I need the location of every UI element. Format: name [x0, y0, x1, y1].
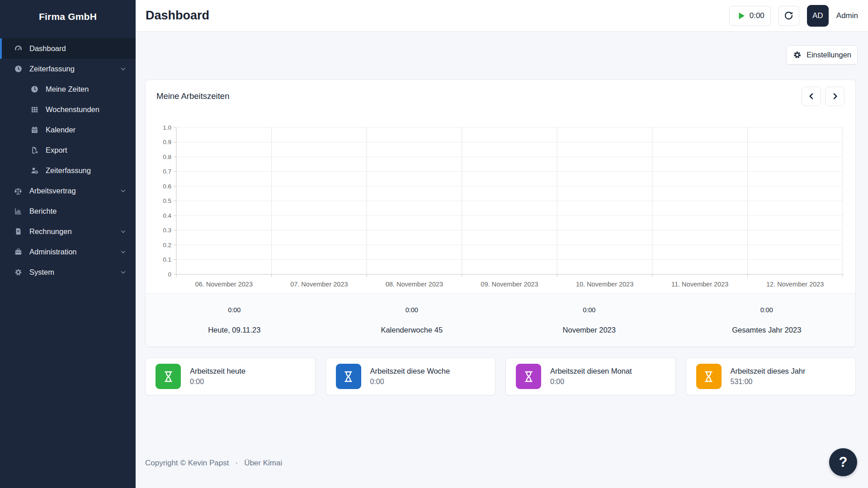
settings-label: Einstellungen: [807, 51, 851, 59]
clock-icon: [29, 85, 40, 94]
sidebar-item-label: Administration: [29, 248, 77, 256]
svg-text:0.5: 0.5: [163, 197, 171, 204]
user-menu[interactable]: Admin: [836, 11, 858, 20]
avatar[interactable]: AD: [807, 5, 829, 27]
sidebar-item-label: Zeiterfassung: [29, 65, 75, 73]
copyright-text: Copyright © Kevin Papst: [145, 459, 229, 468]
stat-card-label: Arbeitszeit heute: [190, 367, 245, 375]
chart-bar-icon: [13, 207, 24, 216]
stat-card-value: 531:00: [731, 378, 806, 386]
user-clock-icon: [29, 166, 40, 175]
sidebar-item-zeiterfassung-sub[interactable]: Zeiterfassung: [0, 160, 136, 181]
chevron-left-icon: [807, 92, 816, 101]
hourglass-icon: [516, 364, 541, 389]
worktime-chart: 1.00.90.80.70.60.50.40.30.20.1006. Novem…: [156, 113, 844, 293]
refresh-icon: [783, 10, 794, 21]
sidebar-item-label: Kalender: [46, 126, 75, 134]
sidebar-item-label: Meine Zeiten: [46, 85, 89, 94]
chevron-right-icon: [830, 92, 840, 101]
svg-text:07. November 2023: 07. November 2023: [290, 281, 348, 288]
next-week-button[interactable]: [825, 87, 844, 106]
svg-text:08. November 2023: 08. November 2023: [386, 281, 443, 288]
sidebar-item-label: Zeiterfassung: [46, 166, 91, 175]
svg-text:0.6: 0.6: [163, 183, 171, 190]
sidebar-item-label: Berichte: [29, 207, 57, 216]
prev-week-button[interactable]: [802, 87, 821, 106]
widget-title: Meine Arbeitszeiten: [156, 91, 229, 101]
sidebar-item-meine-zeiten[interactable]: Meine Zeiten: [0, 79, 136, 99]
brand-title[interactable]: Firma GmbH: [0, 0, 136, 33]
sidebar-item-export[interactable]: Export: [0, 140, 136, 160]
page-title: Dashboard: [146, 9, 209, 23]
sidebar-item-label: Export: [46, 146, 67, 155]
sidebar-nav: DashboardZeiterfassungMeine ZeitenWochen…: [0, 33, 136, 282]
timer-start-button[interactable]: 0:00: [729, 6, 771, 26]
worktime-widget: Meine Arbeitszeiten 1.00.90.80.70.60.50.…: [145, 80, 856, 347]
sidebar-item-rechnungen[interactable]: Rechnungen: [0, 221, 136, 242]
svg-text:0.1: 0.1: [163, 256, 171, 263]
help-button[interactable]: ?: [829, 448, 857, 476]
chevron-down-icon: [120, 249, 127, 255]
chevron-down-icon: [120, 228, 127, 235]
sidebar-item-dashboard[interactable]: Dashboard: [0, 38, 136, 59]
sidebar-item-wochenstunden[interactable]: Wochenstunden: [0, 99, 136, 120]
sidebar-item-system[interactable]: System: [0, 262, 136, 282]
stat-card-label: Arbeitszeit diesen Monat: [550, 367, 632, 375]
summary-value: 0:00: [678, 306, 856, 314]
invoice-icon: [13, 227, 24, 236]
summary-label: November 2023: [500, 326, 678, 334]
gear-icon: [793, 50, 802, 60]
gauge-icon: [13, 44, 24, 53]
widget-header: Meine Arbeitszeiten: [146, 80, 855, 113]
sidebar-item-label: Wochenstunden: [46, 105, 99, 114]
chevron-down-icon: [120, 66, 127, 72]
summary-value: 0:00: [323, 306, 501, 314]
settings-row: Einstellungen: [136, 32, 868, 65]
svg-text:12. November 2023: 12. November 2023: [766, 281, 824, 288]
hourglass-icon: [336, 364, 361, 389]
sidebar-item-arbeitsvertrag[interactable]: Arbeitsvertrag: [0, 181, 136, 201]
svg-text:1.0: 1.0: [163, 124, 171, 131]
sidebar-item-administration[interactable]: Administration: [0, 242, 136, 262]
chart-area: 1.00.90.80.70.60.50.40.30.20.1006. Novem…: [146, 113, 855, 293]
svg-text:0.8: 0.8: [163, 154, 171, 160]
summary-label: Gesamtes Jahr 2023: [678, 326, 856, 334]
chevron-down-icon: [120, 269, 127, 276]
svg-text:11. November 2023: 11. November 2023: [671, 281, 728, 288]
sidebar-item-berichte[interactable]: Berichte: [0, 201, 136, 221]
file-export-icon: [29, 146, 40, 155]
about-kimai-link[interactable]: Über Kimai: [244, 459, 282, 468]
summary-column: 0:00Heute, 09.11.23: [146, 303, 323, 334]
sidebar: Firma GmbH DashboardZeiterfassungMeine Z…: [0, 0, 136, 488]
refresh-button[interactable]: [778, 6, 799, 26]
summary-label: Heute, 09.11.23: [146, 326, 323, 334]
grid-icon: [29, 105, 40, 114]
timer-value: 0:00: [750, 11, 764, 20]
hourglass-icon: [696, 364, 722, 389]
briefcase-icon: [13, 248, 24, 256]
topbar: Dashboard 0:00 AD Admin: [136, 0, 868, 32]
gear-icon: [13, 268, 24, 277]
sidebar-item-kalender[interactable]: Kalender: [0, 120, 136, 140]
page-footer: Copyright © Kevin Papst · Über Kimai: [145, 459, 856, 468]
svg-text:06. November 2023: 06. November 2023: [195, 281, 253, 288]
summary-value: 0:00: [500, 306, 678, 314]
settings-button[interactable]: Einstellungen: [786, 45, 858, 65]
topbar-actions: 0:00 AD Admin: [729, 5, 858, 27]
stat-card-value: 0:00: [550, 378, 632, 386]
calendar-icon: [29, 126, 40, 134]
main-content: Einstellungen Meine Arbeitszeiten 1.00.9: [136, 32, 868, 488]
svg-text:09. November 2023: 09. November 2023: [481, 281, 538, 288]
stat-card: Arbeitszeit heute0:00: [145, 357, 316, 395]
summary-column: 0:00Kalenderwoche 45: [323, 303, 501, 334]
stat-card-value: 0:00: [370, 378, 450, 386]
play-icon: [736, 10, 746, 21]
stat-card-value: 0:00: [190, 378, 245, 386]
stat-card: Arbeitszeit diesen Monat0:00: [505, 357, 676, 395]
svg-text:0: 0: [168, 271, 171, 278]
widget-pagination: [802, 87, 844, 106]
sidebar-item-zeiterfassung[interactable]: Zeiterfassung: [0, 59, 136, 79]
sidebar-item-label: System: [29, 268, 54, 277]
stat-card: Arbeitszeit diese Woche0:00: [326, 357, 496, 395]
svg-text:0.3: 0.3: [163, 227, 171, 234]
